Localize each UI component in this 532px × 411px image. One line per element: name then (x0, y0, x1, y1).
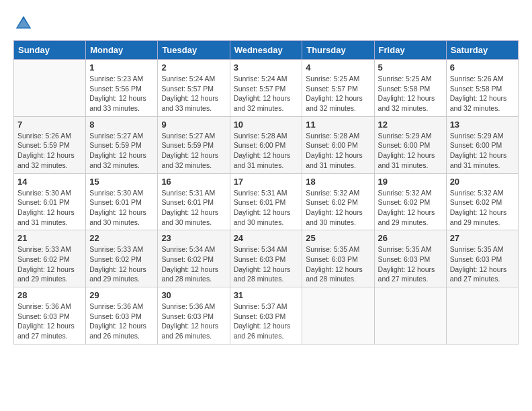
day-number: 8 (89, 120, 154, 130)
day-info: Sunrise: 5:31 AMSunset: 6:01 PMDaylight:… (234, 188, 299, 228)
day-info: Sunrise: 5:25 AMSunset: 5:57 PMDaylight:… (306, 74, 370, 113)
day-info: Sunrise: 5:37 AMSunset: 6:03 PMDaylight:… (234, 302, 299, 341)
calendar-cell: 21Sunrise: 5:33 AMSunset: 6:02 PMDayligh… (14, 230, 86, 287)
day-info: Sunrise: 5:36 AMSunset: 6:03 PMDaylight:… (17, 302, 82, 341)
day-of-week-header: Saturday (446, 41, 518, 60)
day-info: Sunrise: 5:29 AMSunset: 6:00 PMDaylight:… (450, 131, 515, 171)
day-info: Sunrise: 5:24 AMSunset: 5:57 PMDaylight:… (234, 74, 299, 113)
day-number: 2 (161, 62, 226, 73)
calendar-cell: 3Sunrise: 5:24 AMSunset: 5:57 PMDaylight… (230, 60, 302, 117)
calendar-cell: 6Sunrise: 5:26 AMSunset: 5:58 PMDaylight… (446, 60, 518, 117)
calendar-cell: 14Sunrise: 5:30 AMSunset: 6:01 PMDayligh… (14, 173, 86, 230)
day-number: 5 (378, 62, 443, 73)
calendar-cell: 15Sunrise: 5:30 AMSunset: 6:01 PMDayligh… (86, 173, 158, 230)
calendar-cell: 22Sunrise: 5:33 AMSunset: 6:02 PMDayligh… (86, 230, 158, 287)
day-number: 20 (450, 177, 515, 187)
day-info: Sunrise: 5:36 AMSunset: 6:03 PMDaylight:… (161, 302, 226, 341)
day-number: 10 (234, 120, 299, 130)
day-of-week-header: Tuesday (158, 41, 230, 60)
page-header (13, 13, 519, 34)
day-number: 22 (89, 233, 154, 243)
day-number: 25 (306, 233, 370, 243)
calendar-week-row: 28Sunrise: 5:36 AMSunset: 6:03 PMDayligh… (14, 287, 519, 345)
calendar-cell (374, 287, 446, 345)
day-info: Sunrise: 5:26 AMSunset: 5:58 PMDaylight:… (450, 74, 515, 113)
day-number: 30 (161, 290, 226, 300)
day-number: 26 (378, 233, 443, 243)
day-info: Sunrise: 5:32 AMSunset: 6:02 PMDaylight:… (378, 188, 443, 228)
logo (13, 13, 36, 34)
calendar-cell: 27Sunrise: 5:35 AMSunset: 6:03 PMDayligh… (446, 230, 518, 287)
day-info: Sunrise: 5:33 AMSunset: 6:02 PMDaylight:… (89, 244, 154, 284)
calendar-cell: 17Sunrise: 5:31 AMSunset: 6:01 PMDayligh… (230, 173, 302, 230)
day-number: 19 (378, 177, 443, 187)
calendar-cell: 20Sunrise: 5:32 AMSunset: 6:02 PMDayligh… (446, 173, 518, 230)
day-info: Sunrise: 5:28 AMSunset: 6:00 PMDaylight:… (306, 131, 370, 171)
calendar-cell: 10Sunrise: 5:28 AMSunset: 6:00 PMDayligh… (230, 116, 302, 173)
day-number: 13 (450, 120, 515, 130)
day-number: 15 (89, 177, 154, 187)
day-info: Sunrise: 5:35 AMSunset: 6:03 PMDaylight:… (450, 244, 515, 284)
calendar-cell: 16Sunrise: 5:31 AMSunset: 6:01 PMDayligh… (158, 173, 230, 230)
day-number: 27 (450, 233, 515, 243)
day-info: Sunrise: 5:36 AMSunset: 6:03 PMDaylight:… (89, 302, 154, 341)
logo-icon (13, 13, 34, 34)
calendar-cell (14, 60, 86, 117)
calendar-cell: 23Sunrise: 5:34 AMSunset: 6:02 PMDayligh… (158, 230, 230, 287)
day-number: 1 (89, 62, 154, 73)
day-number: 24 (234, 233, 299, 243)
calendar-cell: 18Sunrise: 5:32 AMSunset: 6:02 PMDayligh… (302, 173, 374, 230)
calendar-week-row: 1Sunrise: 5:23 AMSunset: 5:56 PMDaylight… (14, 60, 519, 117)
calendar-cell: 13Sunrise: 5:29 AMSunset: 6:00 PMDayligh… (446, 116, 518, 173)
calendar-cell: 5Sunrise: 5:25 AMSunset: 5:58 PMDaylight… (374, 60, 446, 117)
day-number: 28 (17, 290, 82, 300)
day-of-week-header: Monday (86, 41, 158, 60)
calendar-week-row: 21Sunrise: 5:33 AMSunset: 6:02 PMDayligh… (14, 230, 519, 287)
day-number: 3 (234, 62, 299, 73)
calendar-cell: 4Sunrise: 5:25 AMSunset: 5:57 PMDaylight… (302, 60, 374, 117)
calendar-cell: 26Sunrise: 5:35 AMSunset: 6:03 PMDayligh… (374, 230, 446, 287)
calendar-week-row: 7Sunrise: 5:26 AMSunset: 5:59 PMDaylight… (14, 116, 519, 173)
calendar-cell: 29Sunrise: 5:36 AMSunset: 6:03 PMDayligh… (86, 287, 158, 345)
day-number: 29 (89, 290, 154, 300)
calendar-cell: 12Sunrise: 5:29 AMSunset: 6:00 PMDayligh… (374, 116, 446, 173)
day-number: 16 (161, 177, 226, 187)
calendar-cell (446, 287, 518, 345)
day-number: 31 (234, 290, 299, 300)
calendar-cell: 31Sunrise: 5:37 AMSunset: 6:03 PMDayligh… (230, 287, 302, 345)
calendar-header-row: SundayMondayTuesdayWednesdayThursdayFrid… (14, 41, 519, 60)
day-number: 23 (161, 233, 226, 243)
day-info: Sunrise: 5:24 AMSunset: 5:57 PMDaylight:… (161, 74, 226, 113)
day-number: 6 (450, 62, 515, 73)
calendar-week-row: 14Sunrise: 5:30 AMSunset: 6:01 PMDayligh… (14, 173, 519, 230)
calendar-cell: 11Sunrise: 5:28 AMSunset: 6:00 PMDayligh… (302, 116, 374, 173)
day-number: 11 (306, 120, 370, 130)
day-info: Sunrise: 5:23 AMSunset: 5:56 PMDaylight:… (89, 74, 154, 113)
day-of-week-header: Thursday (302, 41, 374, 60)
day-info: Sunrise: 5:35 AMSunset: 6:03 PMDaylight:… (378, 244, 443, 284)
day-info: Sunrise: 5:34 AMSunset: 6:03 PMDaylight:… (234, 244, 299, 284)
day-number: 18 (306, 177, 370, 187)
day-info: Sunrise: 5:33 AMSunset: 6:02 PMDaylight:… (17, 244, 82, 284)
day-of-week-header: Friday (374, 41, 446, 60)
day-info: Sunrise: 5:27 AMSunset: 5:59 PMDaylight:… (89, 131, 154, 171)
day-number: 9 (161, 120, 226, 130)
day-number: 7 (17, 120, 82, 130)
calendar-table: SundayMondayTuesdayWednesdayThursdayFrid… (13, 40, 519, 345)
day-number: 12 (378, 120, 443, 130)
day-info: Sunrise: 5:32 AMSunset: 6:02 PMDaylight:… (450, 188, 515, 228)
day-info: Sunrise: 5:35 AMSunset: 6:03 PMDaylight:… (306, 244, 370, 284)
calendar-cell: 8Sunrise: 5:27 AMSunset: 5:59 PMDaylight… (86, 116, 158, 173)
day-info: Sunrise: 5:34 AMSunset: 6:02 PMDaylight:… (161, 244, 226, 284)
calendar-cell: 7Sunrise: 5:26 AMSunset: 5:59 PMDaylight… (14, 116, 86, 173)
calendar-cell: 19Sunrise: 5:32 AMSunset: 6:02 PMDayligh… (374, 173, 446, 230)
day-info: Sunrise: 5:27 AMSunset: 5:59 PMDaylight:… (161, 131, 226, 171)
day-info: Sunrise: 5:31 AMSunset: 6:01 PMDaylight:… (161, 188, 226, 228)
calendar-cell: 1Sunrise: 5:23 AMSunset: 5:56 PMDaylight… (86, 60, 158, 117)
day-number: 14 (17, 177, 82, 187)
day-info: Sunrise: 5:26 AMSunset: 5:59 PMDaylight:… (17, 131, 82, 171)
calendar-cell: 30Sunrise: 5:36 AMSunset: 6:03 PMDayligh… (158, 287, 230, 345)
day-info: Sunrise: 5:29 AMSunset: 6:00 PMDaylight:… (378, 131, 443, 171)
calendar-cell: 2Sunrise: 5:24 AMSunset: 5:57 PMDaylight… (158, 60, 230, 117)
day-info: Sunrise: 5:30 AMSunset: 6:01 PMDaylight:… (17, 188, 82, 228)
